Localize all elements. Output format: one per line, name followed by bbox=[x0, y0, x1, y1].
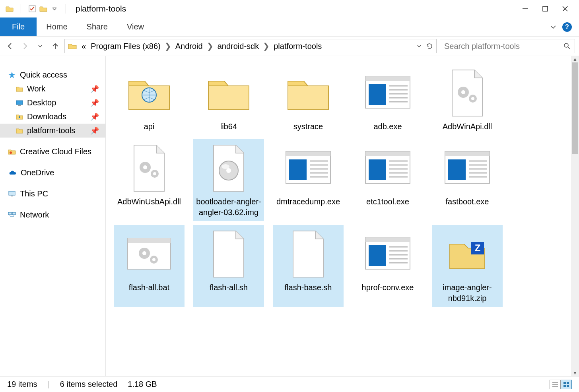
ribbon-expand-icon[interactable] bbox=[550, 23, 557, 31]
file-item[interactable]: fastboot.exe bbox=[432, 139, 503, 221]
ribbon-tab-home[interactable]: Home bbox=[37, 17, 77, 36]
sidebar-item-label: OneDrive bbox=[21, 168, 54, 177]
svg-rect-38 bbox=[289, 159, 307, 180]
file-item[interactable]: AdbWinApi.dll bbox=[432, 64, 503, 135]
ribbon-tabs: File Home Share View ? bbox=[0, 17, 579, 37]
status-total-items: 19 items bbox=[7, 380, 37, 389]
details-view-button[interactable] bbox=[550, 380, 561, 389]
breadcrumb-item[interactable]: Android bbox=[174, 42, 204, 51]
svg-point-11 bbox=[10, 151, 12, 154]
sidebar-item-creative-cloud[interactable]: Creative Cloud Files bbox=[0, 145, 105, 159]
svg-rect-12 bbox=[9, 191, 15, 195]
file-item[interactable]: flash-base.sh bbox=[273, 225, 344, 307]
svg-point-26 bbox=[461, 90, 465, 94]
svg-rect-9 bbox=[16, 101, 23, 105]
back-button[interactable] bbox=[4, 40, 16, 52]
sidebar-item-onedrive[interactable]: OneDrive bbox=[0, 166, 105, 180]
svg-point-28 bbox=[471, 97, 474, 100]
divider: | bbox=[48, 380, 50, 389]
file-item[interactable]: lib64 bbox=[193, 64, 264, 135]
svg-line-7 bbox=[568, 47, 570, 49]
svg-point-6 bbox=[564, 43, 568, 47]
file-type-icon bbox=[282, 228, 334, 280]
ribbon-tab-file[interactable]: File bbox=[0, 17, 37, 36]
pin-icon: 📌 bbox=[90, 113, 99, 121]
vertical-scrollbar[interactable]: ▲ ▼ bbox=[571, 56, 579, 376]
file-item[interactable]: etc1tool.exe bbox=[352, 139, 423, 221]
file-type-icon bbox=[203, 228, 255, 280]
breadcrumb-item[interactable]: android-sdk bbox=[216, 42, 261, 51]
file-name-label: lib64 bbox=[220, 121, 237, 132]
svg-rect-3 bbox=[543, 6, 548, 11]
svg-rect-15 bbox=[12, 212, 16, 215]
sidebar-item-work[interactable]: Work 📌 bbox=[0, 82, 105, 96]
address-dropdown-icon[interactable] bbox=[416, 43, 422, 49]
new-folder-icon[interactable] bbox=[39, 5, 47, 13]
scroll-down-icon[interactable]: ▼ bbox=[571, 370, 579, 376]
sidebar-item-label: platform-tools bbox=[27, 126, 75, 135]
properties-icon[interactable] bbox=[28, 5, 36, 13]
recent-locations-button[interactable] bbox=[34, 40, 46, 52]
sidebar-item-desktop[interactable]: Desktop 📌 bbox=[0, 96, 105, 110]
svg-rect-53 bbox=[445, 151, 490, 156]
minimize-button[interactable] bbox=[521, 4, 530, 13]
file-type-icon bbox=[362, 67, 414, 119]
sidebar-item-downloads[interactable]: Downloads 📌 bbox=[0, 110, 105, 124]
svg-rect-81 bbox=[563, 385, 566, 387]
svg-rect-80 bbox=[567, 382, 569, 384]
file-item[interactable]: systrace bbox=[273, 64, 344, 135]
up-button[interactable] bbox=[49, 40, 61, 52]
search-icon[interactable] bbox=[563, 43, 571, 50]
desktop-icon bbox=[16, 100, 23, 106]
item-grid[interactable]: api lib64 systrace adb.exe AdbWinApi.dll… bbox=[106, 56, 579, 376]
file-item[interactable]: Z image-angler-nbd91k.zip bbox=[432, 225, 503, 307]
file-type-icon bbox=[441, 142, 493, 194]
search-box[interactable]: Search platform-tools bbox=[440, 39, 575, 53]
quick-access-icon bbox=[8, 71, 16, 79]
file-item[interactable]: bootloader-angler-angler-03.62.img bbox=[193, 139, 264, 221]
file-item[interactable]: hprof-conv.exe bbox=[352, 225, 423, 307]
maximize-button[interactable] bbox=[541, 4, 550, 13]
address-bar[interactable]: « Program Files (x86) ❯ Android ❯ androi… bbox=[64, 39, 437, 53]
refresh-button[interactable] bbox=[426, 43, 433, 50]
file-item[interactable]: adb.exe bbox=[352, 64, 423, 135]
breadcrumb-item[interactable]: platform-tools bbox=[272, 42, 323, 51]
chevron-right-icon[interactable]: ❯ bbox=[164, 41, 172, 51]
breadcrumb-item[interactable]: Program Files (x86) bbox=[89, 42, 162, 51]
forward-button[interactable] bbox=[19, 40, 31, 52]
divider bbox=[66, 4, 66, 14]
file-name-label: api bbox=[144, 121, 155, 132]
file-name-label: hprof-conv.exe bbox=[362, 282, 414, 293]
close-button[interactable] bbox=[561, 4, 569, 13]
file-name-label: adb.exe bbox=[373, 121, 402, 132]
chevron-right-icon[interactable]: ❯ bbox=[262, 41, 270, 51]
file-name-label: flash-base.sh bbox=[285, 282, 332, 293]
file-item[interactable]: AdbWinUsbApi.dll bbox=[114, 139, 185, 221]
ribbon-tab-view[interactable]: View bbox=[117, 17, 153, 36]
sidebar-item-label: Creative Cloud Files bbox=[20, 147, 91, 156]
file-item[interactable]: flash-all.sh bbox=[193, 225, 264, 307]
sidebar-item-platform-tools[interactable]: platform-tools 📌 bbox=[0, 124, 105, 138]
icons-view-button[interactable] bbox=[561, 380, 572, 389]
sidebar-item-network[interactable]: Network bbox=[0, 208, 105, 222]
sidebar-item-quick-access[interactable]: Quick access bbox=[0, 68, 105, 82]
ribbon-tab-share[interactable]: Share bbox=[77, 17, 117, 36]
file-type-icon bbox=[203, 142, 255, 194]
file-type-icon bbox=[362, 142, 414, 194]
scroll-up-icon[interactable]: ▲ bbox=[571, 56, 579, 62]
qat-dropdown-icon[interactable] bbox=[51, 5, 58, 13]
network-icon bbox=[8, 212, 16, 219]
svg-point-65 bbox=[152, 258, 155, 261]
file-item[interactable]: dmtracedump.exe bbox=[273, 139, 344, 221]
file-type-icon: Z bbox=[441, 228, 493, 280]
file-name-label: dmtracedump.exe bbox=[276, 196, 340, 207]
file-item[interactable]: api bbox=[114, 64, 185, 135]
svg-rect-54 bbox=[448, 159, 466, 180]
scroll-thumb[interactable] bbox=[572, 62, 578, 154]
sidebar-item-label: This PC bbox=[20, 189, 48, 198]
file-item[interactable]: flash-all.bat bbox=[114, 225, 185, 307]
sidebar-item-this-pc[interactable]: This PC bbox=[0, 187, 105, 201]
help-icon[interactable]: ? bbox=[562, 22, 572, 32]
breadcrumb-overflow[interactable]: « bbox=[80, 42, 87, 51]
chevron-right-icon[interactable]: ❯ bbox=[206, 41, 214, 51]
